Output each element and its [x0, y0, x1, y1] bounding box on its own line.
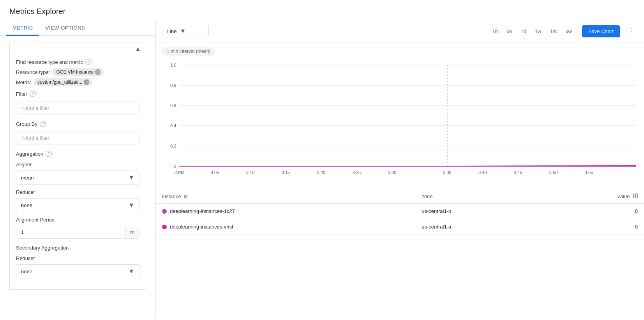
- aggregation-help-icon[interactable]: ?: [46, 151, 52, 157]
- time-btn-1h[interactable]: 1h: [488, 26, 501, 37]
- svg-text:3:05: 3:05: [211, 170, 219, 175]
- resource-type-chip-label: GCE VM Instance: [56, 69, 94, 75]
- chart-area: 1 min interval (mean) 1.0 0.8 0.6 0.4 0.…: [156, 42, 644, 318]
- save-chart-button[interactable]: Save Chart: [582, 25, 620, 37]
- alignment-period-label: Alignment Period: [16, 217, 139, 223]
- time-btn-6h[interactable]: 6h: [503, 26, 516, 37]
- app-title: Metrics Explorer: [9, 7, 635, 16]
- collapsible-header[interactable]: ▲: [10, 42, 146, 56]
- columns-icon: [633, 193, 638, 198]
- table-row: deeplearning-instances-1x27 us-central1-…: [156, 204, 644, 219]
- alignment-period-unit: m: [125, 226, 139, 238]
- reducer-label: Reducer: [16, 189, 139, 195]
- reducer-dropdown[interactable]: none ▼: [16, 198, 139, 212]
- metric-chip-close[interactable]: ×: [84, 79, 89, 85]
- zone-cell-1: us-central1-b: [415, 204, 543, 219]
- more-options-button[interactable]: ⋮: [626, 25, 638, 37]
- tab-metric[interactable]: METRIC: [6, 20, 39, 36]
- svg-text:3:40: 3:40: [478, 170, 487, 175]
- reducer-value: none: [21, 202, 32, 208]
- filter-input[interactable]: + Add a filter: [16, 102, 139, 114]
- group-by-input[interactable]: + Add a filter: [16, 132, 139, 144]
- resource-metric-section: ▲ Find resource type and metric ? Resour…: [9, 42, 146, 290]
- secondary-reducer-label: Reducer: [16, 255, 139, 261]
- svg-text:3:55: 3:55: [585, 170, 593, 175]
- instance-id-1: deeplearning-instances-1x27: [170, 208, 235, 214]
- legend-dot-1: [162, 209, 167, 214]
- svg-text:0.6: 0.6: [170, 103, 176, 108]
- svg-text:0.2: 0.2: [170, 144, 176, 148]
- aligner-label: Aligner: [16, 162, 139, 167]
- svg-text:3:15: 3:15: [282, 170, 290, 175]
- data-table: instance_id zone Value: [156, 190, 644, 235]
- zone-cell-2: us-central1-a: [415, 219, 543, 235]
- value-cell-1: 0: [543, 204, 644, 219]
- secondary-reducer-value: none: [21, 269, 32, 274]
- instance-id-cell: deeplearning-instances-vhsf: [156, 219, 415, 235]
- reducer-dropdown-arrow: ▼: [128, 202, 134, 209]
- col-header-instance-id: instance_id: [156, 190, 415, 204]
- filter-help-icon[interactable]: ?: [30, 91, 36, 97]
- find-resource-help-icon[interactable]: ?: [85, 59, 92, 65]
- svg-text:0.8: 0.8: [170, 83, 176, 88]
- svg-text:3:30: 3:30: [388, 170, 396, 175]
- resource-type-row: Resource type: GCE VM Instance ×: [16, 68, 139, 76]
- right-panel: Line ▼ 1h 6h 1d 1w 1m 6w Save Chart ⋮ 1 …: [156, 20, 644, 318]
- group-by-help-icon[interactable]: ?: [40, 121, 46, 127]
- tabs-bar: METRIC VIEW OPTIONS: [0, 20, 155, 36]
- panel-content: ▲ Find resource type and metric ? Resour…: [0, 36, 155, 302]
- chart-svg: 1.0 0.8 0.6 0.4 0.2 0 3 PM 3:05 3:10: [156, 57, 644, 190]
- col-header-zone: zone: [415, 190, 543, 204]
- svg-text:3:10: 3:10: [246, 170, 255, 175]
- chart-svg-container: 1.0 0.8 0.6 0.4 0.2 0 3 PM 3:05 3:10: [156, 57, 644, 190]
- legend-dot-2: [162, 225, 167, 229]
- resource-type-label: Resource type:: [16, 69, 50, 75]
- col-header-value: Value: [543, 190, 644, 204]
- tab-view-options[interactable]: VIEW OPTIONS: [39, 20, 91, 36]
- alignment-period-input-row: m: [16, 226, 139, 239]
- table-row: deeplearning-instances-vhsf us-central1-…: [156, 219, 644, 235]
- aligner-dropdown[interactable]: mean ▼: [16, 171, 139, 185]
- chart-toolbar: Line ▼ 1h 6h 1d 1w 1m 6w Save Chart ⋮: [156, 20, 644, 42]
- svg-text:0.4: 0.4: [170, 123, 176, 128]
- svg-text:3:35: 3:35: [443, 170, 452, 175]
- svg-text:3:25: 3:25: [353, 170, 361, 175]
- svg-text:1.0: 1.0: [170, 63, 176, 67]
- time-btn-1w[interactable]: 1w: [531, 26, 545, 37]
- svg-text:3 PM: 3 PM: [175, 170, 185, 175]
- svg-text:3:50: 3:50: [549, 170, 558, 175]
- resource-type-chip[interactable]: GCE VM Instance ×: [52, 68, 104, 76]
- time-btn-1d[interactable]: 1d: [517, 26, 530, 37]
- group-by-label: Group By ?: [16, 121, 139, 127]
- instance-id-cell: deeplearning-instances-1x27: [156, 204, 415, 219]
- chart-type-arrow: ▼: [180, 28, 186, 35]
- metric-label: Metric:: [16, 79, 31, 85]
- secondary-reducer-dropdown-arrow: ▼: [128, 268, 134, 275]
- collapse-icon: ▲: [135, 46, 141, 53]
- resource-type-chip-close[interactable]: ×: [95, 69, 101, 75]
- time-btn-6w[interactable]: 6w: [561, 26, 576, 37]
- filter-label: Filter ?: [16, 91, 139, 97]
- aligner-value: mean: [21, 175, 34, 181]
- svg-text:3:20: 3:20: [317, 170, 326, 175]
- metric-row: Metric: custom/gpu_utilizati... ×: [16, 78, 139, 86]
- instance-id-2: deeplearning-instances-vhsf: [170, 224, 233, 230]
- find-resource-label: Find resource type and metric ?: [16, 59, 139, 65]
- svg-text:3:45: 3:45: [514, 170, 522, 175]
- chart-type-select[interactable]: Line ▼: [162, 25, 209, 37]
- secondary-aggregation-label: Secondary Aggregation: [16, 245, 139, 251]
- left-panel: METRIC VIEW OPTIONS ▲ Find resource type…: [0, 20, 156, 318]
- time-btn-1m[interactable]: 1m: [546, 26, 561, 37]
- section-inner: Find resource type and metric ? Resource…: [10, 56, 146, 289]
- aligner-dropdown-arrow: ▼: [128, 174, 134, 181]
- interval-badge: 1 min interval (mean): [162, 47, 215, 56]
- metric-chip-label: custom/gpu_utilizati...: [37, 79, 82, 85]
- svg-text:0: 0: [174, 164, 176, 169]
- secondary-reducer-dropdown[interactable]: none ▼: [16, 264, 139, 278]
- aggregation-label: Aggregation ?: [16, 151, 139, 157]
- time-range-buttons: 1h 6h 1d 1w 1m 6w: [488, 26, 576, 37]
- value-cell-2: 0: [543, 219, 644, 235]
- metric-chip[interactable]: custom/gpu_utilizati... ×: [34, 78, 92, 86]
- alignment-period-input[interactable]: [16, 226, 125, 238]
- chart-type-label: Line: [167, 28, 177, 34]
